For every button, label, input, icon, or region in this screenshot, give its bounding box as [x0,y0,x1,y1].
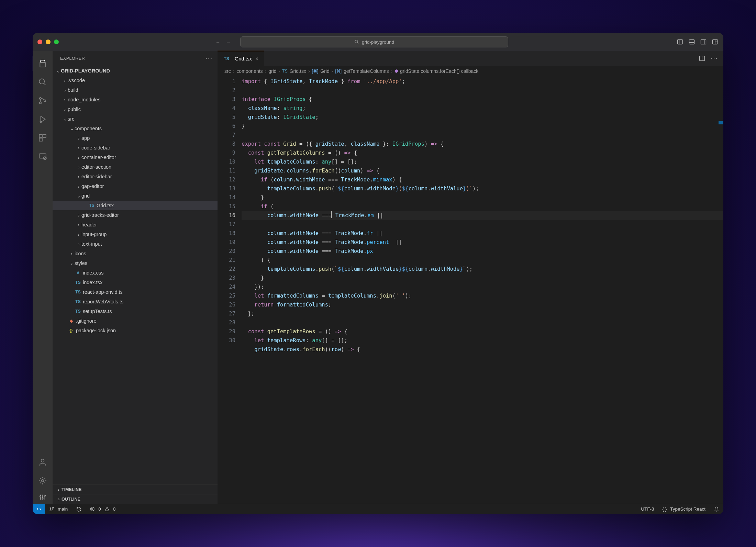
tree-item-label: styles [75,260,87,266]
status-encoding[interactable]: UTF-8 [637,506,658,512]
activity-settings[interactable] [33,471,53,490]
svg-point-24 [41,459,44,462]
breadcrumb-item[interactable]: Grid [320,68,329,74]
toggle-primary-sidebar-icon[interactable] [677,38,683,45]
toggle-secondary-sidebar-icon[interactable] [700,38,707,45]
overview-ruler[interactable] [719,76,723,504]
tree-file[interactable]: TSsetupTests.ts [53,306,218,316]
symbol-icon: [⌘] [312,69,319,74]
tree-item-label: .vscode [68,78,85,83]
ruler-mark [719,121,723,124]
tree-folder[interactable]: ›editor-sidebar [53,172,218,181]
editor-tabs[interactable]: TS Grid.tsx × ··· [218,51,723,66]
breadcrumb-item[interactable]: components [236,68,263,74]
toggle-panel-icon[interactable] [688,38,695,45]
ts-file-icon: TS [75,309,81,314]
status-problems[interactable]: 0 0 [86,506,120,512]
tree-folder[interactable]: ›styles [53,258,218,268]
code-line: column.widthMode === TrackMode.px [242,248,373,254]
tree-folder[interactable]: ›public [53,104,218,114]
activity-remote[interactable] [33,147,53,166]
tree-folder[interactable]: ›editor-section [53,162,218,172]
tree-item-label: text-input [81,241,102,247]
close-window-icon[interactable] [37,40,42,44]
svg-point-41 [107,510,107,511]
tree-item-label: src [68,116,74,122]
tree-file[interactable]: TSreact-app-env.d.ts [53,287,218,297]
tree-folder[interactable]: ›icons [53,249,218,258]
breadcrumb-item[interactable]: gridState.columns.forEach() callback [400,68,478,74]
tree-folder[interactable]: ⌄src [53,114,218,124]
nav-forward-icon[interactable]: → [224,40,232,45]
code-line: ) { [242,257,270,263]
tree-folder[interactable]: ›text-input [53,239,218,249]
code-line: gridState.rows.forEach((row) => { [242,346,360,353]
more-editor-actions-icon[interactable]: ··· [711,55,718,62]
tree-file[interactable]: TSindex.tsx [53,278,218,287]
activity-account[interactable] [33,453,53,471]
tree-file[interactable]: TSGrid.tsx [53,201,218,210]
breadcrumb-item[interactable]: getTemplateColumns [344,68,389,74]
tree-root[interactable]: ⌄ GRID-PLAYGROUND [53,66,218,76]
breadcrumb-item[interactable]: Grid.tsx [290,68,306,74]
status-notifications[interactable] [710,506,723,512]
activity-debug[interactable] [33,110,53,129]
status-sync[interactable] [72,506,86,512]
tree-folder[interactable]: ›header [53,220,218,230]
tree-folder[interactable]: ›grid-tracks-editor [53,210,218,220]
tree-folder[interactable]: ›app [53,133,218,143]
chevron-right-icon: › [76,242,81,247]
activity-search[interactable] [33,73,53,91]
split-editor-icon[interactable] [699,55,705,62]
tree-folder[interactable]: ›gap-editor [53,181,218,191]
sidebar-section-outline[interactable]: › OUTLINE [53,494,218,504]
code-content[interactable]: import { IGridState, TrackMode } from '.… [242,76,723,504]
breadcrumb-item[interactable]: src [224,68,231,74]
activity-explorer[interactable] [33,54,53,73]
svg-point-12 [39,79,44,84]
sidebar-section-timeline[interactable]: › TIMELINE [53,484,218,494]
breadcrumb[interactable]: src›components›grid›TSGrid.tsx›[⌘]Grid›[… [218,66,723,76]
code-line: column.widthMode === TrackMode.percent |… [242,239,402,245]
activity-sliders[interactable] [33,490,53,504]
tab-active[interactable]: TS Grid.tsx × [218,51,264,66]
tree-file[interactable]: TSreportWebVitals.ts [53,297,218,306]
window-controls[interactable] [37,40,59,44]
svg-point-30 [42,497,43,499]
svg-point-31 [44,495,46,496]
tree-folder[interactable]: ⌄components [53,124,218,133]
chevron-right-icon: › [62,88,68,93]
chevron-right-icon: › [62,107,68,112]
command-center[interactable]: grid-playground [240,36,508,47]
sidebar-more-icon[interactable]: ··· [205,55,213,62]
tree-file[interactable]: ◆.gitignore [53,316,218,326]
activity-scm[interactable] [33,91,53,110]
zoom-window-icon[interactable] [54,40,59,44]
tree-folder[interactable]: ›.vscode [53,76,218,85]
customize-layout-icon[interactable] [712,38,719,45]
tree-folder[interactable]: ›input-group [53,230,218,239]
status-language[interactable]: { } TypeScript React [658,506,710,512]
chevron-right-icon: › [265,68,267,74]
tree-folder[interactable]: ›container-editor [53,153,218,162]
callback-icon: ⬢ [394,69,398,74]
activity-extensions[interactable] [33,129,53,147]
status-branch[interactable]: main [45,506,72,512]
code-editor[interactable]: 1234567891011121314151617181920212223242… [218,76,723,504]
tree-file[interactable]: #index.css [53,268,218,278]
tree-folder[interactable]: ›build [53,85,218,95]
status-remote[interactable] [33,504,45,514]
tree-file[interactable]: {}package-lock.json [53,326,218,335]
close-tab-icon[interactable]: × [255,56,258,62]
symbol-icon: [⌘] [335,69,342,74]
tree-item-label: package-lock.json [76,328,116,333]
tree-folder[interactable]: ›code-sidebar [53,143,218,153]
json-file-icon: {} [68,328,75,333]
breadcrumb-item[interactable]: grid [268,68,276,74]
nav-back-icon[interactable]: ← [214,40,222,45]
tree-folder[interactable]: ⌄grid [53,191,218,201]
ts-file-icon: TS [282,69,287,74]
tree-folder[interactable]: ›node_modules [53,95,218,104]
minimize-window-icon[interactable] [46,40,51,44]
file-tree[interactable]: ⌄ GRID-PLAYGROUND ›.vscode›build›node_mo… [53,66,218,484]
